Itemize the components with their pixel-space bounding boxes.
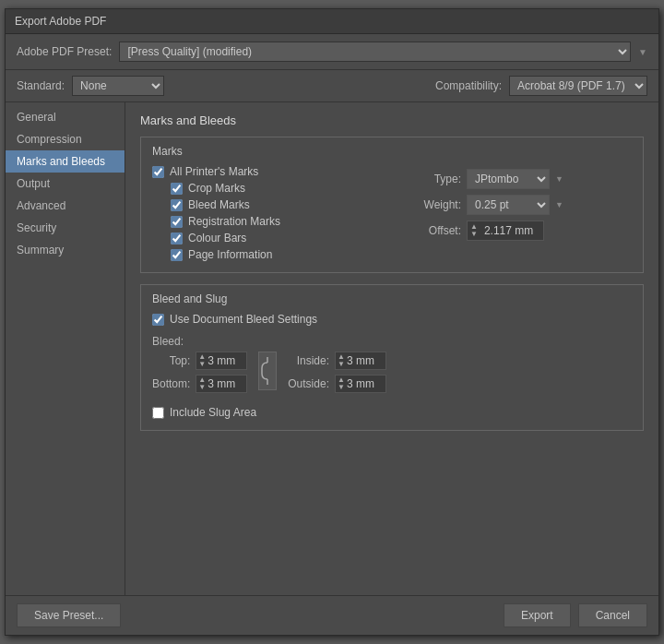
offset-label: Offset: bbox=[410, 224, 461, 237]
outside-down-arrow[interactable]: ▼ bbox=[338, 384, 345, 391]
preset-bar: Adobe PDF Preset: [Press Quality] (modif… bbox=[6, 34, 658, 70]
bottom-bar: Save Preset... Export Cancel bbox=[6, 595, 658, 635]
dialog-title: Export Adobe PDF bbox=[6, 9, 658, 34]
marks-group-title: Marks bbox=[152, 145, 632, 158]
inside-input[interactable] bbox=[347, 354, 384, 367]
sidebar-item-advanced[interactable]: Advanced bbox=[6, 195, 125, 217]
bleed-left-grid: Top: ▲ ▼ Bottom: ▲ ▼ bbox=[152, 352, 247, 393]
sidebar-item-output[interactable]: Output bbox=[6, 173, 125, 195]
sidebar-item-security[interactable]: Security bbox=[6, 217, 125, 239]
colour-bars-row: Colour Bars bbox=[171, 232, 392, 244]
offset-down-arrow[interactable]: ▼ bbox=[470, 231, 478, 238]
outside-input[interactable] bbox=[347, 377, 384, 390]
colour-bars-label: Colour Bars bbox=[188, 232, 246, 244]
standard-label: Standard: bbox=[17, 79, 65, 92]
inside-label: Inside: bbox=[288, 354, 329, 367]
sidebar: General Compression Marks and Bleeds Out… bbox=[6, 102, 125, 595]
crop-marks-label: Crop Marks bbox=[188, 182, 245, 195]
bottom-label: Bottom: bbox=[152, 377, 190, 390]
weight-arrow-icon: ▼ bbox=[555, 200, 563, 209]
weight-row: Weight: 0.25 pt 0.5 pt 1 pt ▼ bbox=[410, 195, 632, 215]
bleed-right-grid: Inside: ▲ ▼ Outside: ▲ ▼ bbox=[288, 352, 386, 393]
outside-input-wrap: ▲ ▼ bbox=[335, 375, 386, 393]
standard-select[interactable]: None bbox=[72, 76, 164, 96]
cancel-button[interactable]: Cancel bbox=[578, 603, 647, 627]
offset-spinner[interactable]: ▲ ▼ bbox=[470, 223, 478, 238]
bleed-marks-checkbox[interactable] bbox=[171, 199, 183, 211]
bottom-input[interactable] bbox=[208, 377, 244, 390]
sidebar-item-marks-and-bleeds[interactable]: Marks and Bleeds bbox=[6, 150, 125, 173]
top-input-wrap: ▲ ▼ bbox=[196, 352, 247, 370]
marks-left: All Printer's Marks Crop Marks Bleed Mar… bbox=[152, 165, 392, 265]
weight-label: Weight: bbox=[410, 198, 461, 211]
type-label: Type: bbox=[410, 173, 461, 185]
type-arrow-icon: ▼ bbox=[555, 174, 563, 184]
colour-bars-checkbox[interactable] bbox=[171, 233, 183, 244]
inside-down-arrow[interactable]: ▼ bbox=[338, 361, 345, 368]
bleed-section-label: Bleed: bbox=[152, 335, 632, 348]
page-info-checkbox[interactable] bbox=[171, 249, 183, 261]
content-area: General Compression Marks and Bleeds Out… bbox=[6, 102, 658, 595]
inside-input-wrap: ▲ ▼ bbox=[335, 352, 386, 370]
outside-spinner[interactable]: ▲ ▼ bbox=[338, 376, 345, 391]
include-slug-checkbox[interactable] bbox=[152, 407, 164, 419]
action-buttons: Export Cancel bbox=[504, 603, 647, 627]
section-title: Marks and Bleeds bbox=[140, 113, 644, 127]
outside-label: Outside: bbox=[288, 377, 329, 390]
standard-bar: Standard: None Compatibility: Acrobat 8/… bbox=[6, 70, 658, 102]
all-printers-marks-checkbox[interactable] bbox=[152, 166, 164, 178]
preset-label: Adobe PDF Preset: bbox=[17, 45, 112, 58]
offset-input[interactable] bbox=[480, 222, 540, 239]
use-doc-bleed-label: Use Document Bleed Settings bbox=[170, 313, 317, 326]
page-info-label: Page Information bbox=[188, 248, 272, 261]
bottom-input-wrap: ▲ ▼ bbox=[196, 375, 247, 393]
sidebar-item-compression[interactable]: Compression bbox=[6, 128, 125, 150]
registration-marks-row: Registration Marks bbox=[171, 215, 392, 228]
crop-marks-checkbox[interactable] bbox=[171, 183, 183, 195]
all-printers-marks-label: All Printer's Marks bbox=[170, 165, 258, 178]
use-doc-bleed-row: Use Document Bleed Settings bbox=[152, 313, 632, 326]
bottom-spinner[interactable]: ▲ ▼ bbox=[198, 376, 206, 391]
top-input[interactable] bbox=[208, 354, 244, 367]
marks-layout: All Printer's Marks Crop Marks Bleed Mar… bbox=[152, 165, 632, 265]
include-slug-row: Include Slug Area bbox=[152, 406, 632, 419]
bottom-down-arrow[interactable]: ▼ bbox=[198, 384, 206, 391]
bleed-marks-label: Bleed Marks bbox=[188, 198, 250, 211]
sidebar-item-summary[interactable]: Summary bbox=[6, 239, 125, 261]
offset-input-wrap: ▲ ▼ bbox=[467, 221, 544, 241]
compat-label: Compatibility: bbox=[435, 79, 502, 92]
bleed-marks-row: Bleed Marks bbox=[171, 198, 392, 211]
main-panel: Marks and Bleeds Marks All Printer's Mar… bbox=[125, 102, 658, 595]
registration-marks-checkbox[interactable] bbox=[171, 216, 183, 228]
bleed-slug-group: Bleed and Slug Use Document Bleed Settin… bbox=[140, 284, 644, 431]
sidebar-item-general[interactable]: General bbox=[6, 106, 125, 128]
bleed-slug-title: Bleed and Slug bbox=[152, 292, 632, 305]
registration-marks-label: Registration Marks bbox=[188, 215, 280, 228]
type-row: Type: JPtombo Default Roman ▼ bbox=[410, 169, 632, 189]
marks-right: Type: JPtombo Default Roman ▼ Weight: bbox=[410, 165, 632, 265]
use-doc-bleed-checkbox[interactable] bbox=[152, 314, 164, 326]
top-down-arrow[interactable]: ▼ bbox=[198, 361, 206, 368]
bleed-inputs-area: Top: ▲ ▼ Bottom: ▲ ▼ bbox=[152, 352, 632, 393]
compat-section: Compatibility: Acrobat 8/9 (PDF 1.7) bbox=[435, 76, 647, 96]
weight-select[interactable]: 0.25 pt 0.5 pt 1 pt bbox=[467, 195, 550, 215]
all-printers-marks-row: All Printer's Marks bbox=[152, 165, 392, 178]
inside-spinner[interactable]: ▲ ▼ bbox=[338, 353, 345, 368]
export-pdf-dialog: Export Adobe PDF Adobe PDF Preset: [Pres… bbox=[5, 8, 659, 636]
include-slug-label: Include Slug Area bbox=[170, 406, 256, 419]
preset-dropdown-arrow: ▼ bbox=[638, 47, 647, 57]
export-button[interactable]: Export bbox=[504, 603, 571, 627]
crop-marks-row: Crop Marks bbox=[171, 182, 392, 195]
preset-select[interactable]: [Press Quality] (modified) bbox=[119, 42, 631, 62]
top-label: Top: bbox=[152, 354, 190, 367]
marks-group: Marks All Printer's Marks Crop Marks bbox=[140, 137, 644, 273]
link-icon[interactable] bbox=[258, 352, 277, 390]
top-spinner[interactable]: ▲ ▼ bbox=[198, 353, 206, 368]
page-info-row: Page Information bbox=[171, 248, 392, 261]
type-select[interactable]: JPtombo Default Roman bbox=[467, 169, 550, 189]
save-preset-button[interactable]: Save Preset... bbox=[17, 603, 121, 627]
compat-select[interactable]: Acrobat 8/9 (PDF 1.7) bbox=[509, 76, 647, 96]
offset-row: Offset: ▲ ▼ bbox=[410, 221, 632, 241]
